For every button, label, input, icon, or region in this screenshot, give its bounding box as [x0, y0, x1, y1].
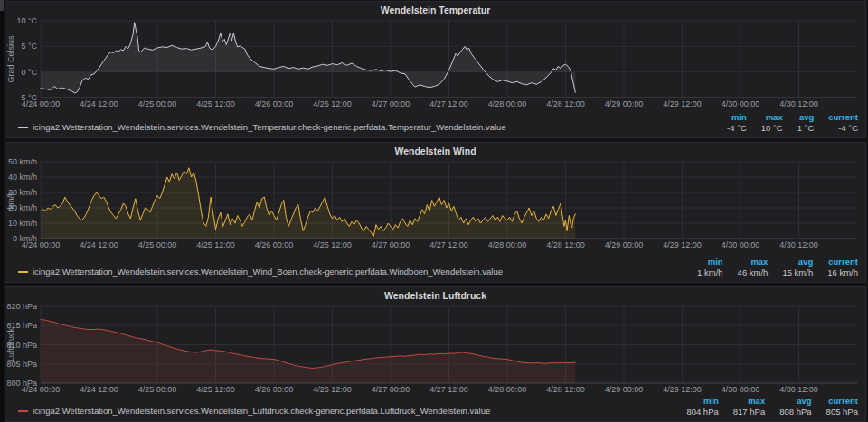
series-color-dash-icon — [18, 271, 28, 273]
svg-text:4/30 00:00: 4/30 00:00 — [722, 240, 760, 249]
stat-value-min: 804 hPa — [672, 407, 718, 417]
legend-stats-wind: min max avg current 1 km/h 46 km/h 15 km… — [683, 257, 858, 278]
svg-text:4/28 00:00: 4/28 00:00 — [488, 99, 527, 108]
svg-text:4/24 12:00: 4/24 12:00 — [80, 99, 118, 108]
svg-text:4/24 12:00: 4/24 12:00 — [80, 385, 118, 394]
panel-temperature: Wendelstein Temperatur 10 °C5 °C0 °C-5 °… — [5, 1, 866, 138]
panel-title-temperature[interactable]: Wendelstein Temperatur — [5, 2, 865, 18]
svg-text:4/27 00:00: 4/27 00:00 — [372, 99, 410, 108]
svg-text:4/25 12:00: 4/25 12:00 — [196, 385, 235, 394]
temperature-chart[interactable]: 10 °C5 °C0 °C-5 °C4/24 00:004/24 12:004/… — [5, 18, 865, 108]
panel-pressure: Wendelstein Luftdruck 820 hPa815 hPa810 … — [5, 286, 866, 422]
sidebar-edge — [0, 0, 4, 422]
stat-header-min: min — [672, 396, 718, 407]
stat-header-avg: avg — [768, 257, 813, 267]
stat-header-avg: avg — [765, 396, 811, 407]
legend-wind: icinga2.Wetterstation_Wendelstein.servic… — [18, 257, 858, 278]
svg-text:4/29 00:00: 4/29 00:00 — [605, 240, 644, 249]
svg-text:4/29 12:00: 4/29 12:00 — [663, 240, 702, 249]
wind-chart-svg: 50 km/h40 km/h30 km/h20 km/h10 km/h0 km/… — [5, 159, 865, 249]
stat-header-min: min — [712, 112, 747, 123]
stat-header-current: current — [814, 112, 858, 123]
stat-value-min: -4 °C — [712, 123, 747, 134]
stat-value-current: -4 °C — [814, 123, 858, 134]
legend-series-pressure[interactable]: icinga2.Wetterstation_Wendelstein.servic… — [18, 406, 490, 416]
svg-text:4/30 00:00: 4/30 00:00 — [722, 99, 760, 108]
svg-text:10 °C: 10 °C — [16, 18, 37, 25]
svg-text:4/24 00:00: 4/24 00:00 — [22, 385, 61, 394]
pressure-chart[interactable]: 820 hPa815 hPa810 hPa805 hPa800 hPa4/24 … — [5, 304, 865, 394]
svg-text:4/26 00:00: 4/26 00:00 — [255, 99, 294, 108]
stat-value-avg: 1 °C — [783, 123, 815, 134]
series-label: icinga2.Wetterstation_Wendelstein.servic… — [33, 267, 503, 277]
stat-header-max: max — [719, 396, 765, 407]
svg-text:4/28 00:00: 4/28 00:00 — [488, 385, 527, 394]
svg-text:4/30 00:00: 4/30 00:00 — [722, 385, 760, 394]
svg-text:4/24 00:00: 4/24 00:00 — [22, 99, 61, 108]
svg-text:4/29 12:00: 4/29 12:00 — [663, 99, 702, 108]
series-label: icinga2.Wetterstation_Wendelstein.servic… — [33, 406, 490, 416]
legend-pressure: icinga2.Wetterstation_Wendelstein.servic… — [18, 396, 858, 417]
svg-text:4/25 00:00: 4/25 00:00 — [138, 99, 177, 108]
legend-series-temperature[interactable]: icinga2.Wetterstation_Wendelstein.servic… — [18, 122, 506, 132]
dashboard: Wendelstein Temperatur 10 °C5 °C0 °C-5 °… — [5, 1, 866, 422]
pressure-chart-svg: 820 hPa815 hPa810 hPa805 hPa800 hPa4/24 … — [5, 304, 865, 394]
stat-value-avg: 15 km/h — [768, 267, 813, 278]
svg-text:4/27 12:00: 4/27 12:00 — [429, 99, 468, 108]
temperature-chart-svg: 10 °C5 °C0 °C-5 °C4/24 00:004/24 12:004/… — [5, 18, 865, 108]
wind-chart[interactable]: 50 km/h40 km/h30 km/h20 km/h10 km/h0 km/… — [5, 159, 865, 249]
svg-text:km/h: km/h — [6, 192, 15, 210]
svg-text:820 hPa: 820 hPa — [6, 304, 37, 311]
svg-text:4/28 12:00: 4/28 12:00 — [546, 385, 585, 394]
stat-value-current: 16 km/h — [813, 267, 858, 278]
svg-text:4/25 00:00: 4/25 00:00 — [138, 240, 177, 249]
panel-title-wind[interactable]: Wendelstein Wind — [5, 143, 865, 159]
series-color-dash-icon — [18, 127, 28, 128]
svg-text:4/25 12:00: 4/25 12:00 — [196, 99, 235, 108]
stat-header-max: max — [747, 112, 783, 123]
stat-value-max: 10 °C — [747, 123, 783, 134]
svg-text:4/26 00:00: 4/26 00:00 — [255, 240, 294, 249]
svg-text:4/24 12:00: 4/24 12:00 — [80, 240, 118, 249]
svg-text:4/29 00:00: 4/29 00:00 — [605, 385, 644, 394]
series-label: icinga2.Wetterstation_Wendelstein.servic… — [33, 122, 506, 132]
svg-text:4/28 00:00: 4/28 00:00 — [488, 240, 527, 249]
svg-text:4/29 00:00: 4/29 00:00 — [605, 99, 644, 108]
svg-text:4/30 12:00: 4/30 12:00 — [779, 385, 818, 394]
svg-text:4/27 00:00: 4/27 00:00 — [372, 240, 410, 249]
svg-text:5 °C: 5 °C — [21, 42, 37, 51]
stat-value-current: 805 hPa — [812, 407, 858, 417]
panel-title-pressure[interactable]: Wendelstein Luftdruck — [5, 287, 865, 304]
svg-text:4/26 12:00: 4/26 12:00 — [313, 99, 352, 108]
svg-text:40 km/h: 40 km/h — [8, 173, 37, 182]
svg-text:4/29 12:00: 4/29 12:00 — [663, 385, 702, 394]
sidebar-handle[interactable] — [0, 0, 4, 11]
svg-text:10 km/h: 10 km/h — [8, 219, 37, 228]
svg-text:4/30 12:00: 4/30 12:00 — [779, 99, 818, 108]
svg-text:4/27 00:00: 4/27 00:00 — [372, 385, 410, 394]
series-color-dash-icon — [18, 410, 28, 412]
svg-text:4/25 12:00: 4/25 12:00 — [196, 240, 235, 249]
svg-text:4/24 00:00: 4/24 00:00 — [22, 240, 61, 249]
svg-text:Grad Celsius: Grad Celsius — [6, 35, 15, 83]
panel-wind: Wendelstein Wind 50 km/h40 km/h30 km/h20… — [5, 142, 866, 283]
stat-value-max: 46 km/h — [723, 267, 769, 278]
svg-text:4/26 12:00: 4/26 12:00 — [313, 385, 352, 394]
svg-text:4/26 12:00: 4/26 12:00 — [313, 240, 352, 249]
stat-header-min: min — [683, 257, 723, 267]
svg-text:4/25 00:00: 4/25 00:00 — [138, 385, 177, 394]
legend-temperature: icinga2.Wetterstation_Wendelstein.servic… — [18, 112, 858, 134]
svg-text:4/26 00:00: 4/26 00:00 — [255, 385, 294, 394]
svg-text:4/27 12:00: 4/27 12:00 — [429, 240, 468, 249]
svg-text:Luftdruck: Luftdruck — [6, 327, 15, 361]
svg-text:0 °C: 0 °C — [21, 68, 37, 77]
legend-stats-pressure: min max avg current 804 hPa 817 hPa 808 … — [672, 396, 858, 417]
stat-header-current: current — [813, 257, 858, 267]
stat-header-current: current — [812, 396, 858, 407]
svg-text:4/28 12:00: 4/28 12:00 — [546, 240, 585, 249]
svg-text:4/30 12:00: 4/30 12:00 — [779, 240, 818, 249]
legend-series-wind[interactable]: icinga2.Wetterstation_Wendelstein.servic… — [18, 267, 503, 277]
legend-stats-temperature: min max avg current -4 °C 10 °C 1 °C -4 … — [712, 112, 858, 134]
stat-header-avg: avg — [783, 112, 815, 123]
svg-text:4/27 12:00: 4/27 12:00 — [429, 385, 468, 394]
